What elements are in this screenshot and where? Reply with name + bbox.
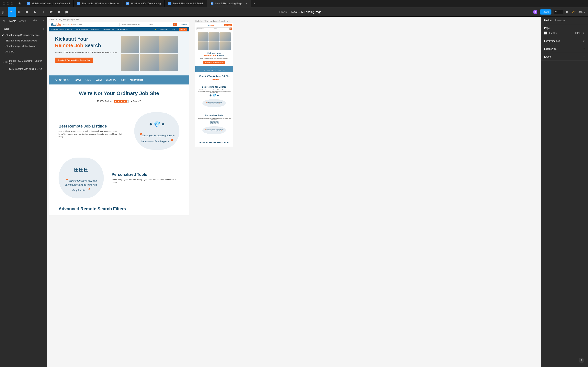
breadcrumb-drafts[interactable]: Drafts xyxy=(279,10,286,14)
frame-item-sem-pricing[interactable]: ▸ SEM Landing with pricing-LP1a xyxy=(0,66,47,72)
search-keyword-input[interactable] xyxy=(119,23,147,26)
maximize-window-icon[interactable] xyxy=(11,2,13,5)
text-tool-button[interactable] xyxy=(39,7,47,17)
share-button[interactable]: Share xyxy=(540,9,551,15)
press-logo: USA TODAY xyxy=(106,79,116,81)
page-item-sem-mobile-mocks[interactable]: SEM Landing - Mobile Mocks xyxy=(0,43,47,49)
assets-tab[interactable]: Assets xyxy=(19,20,26,22)
search-location-input[interactable] xyxy=(147,23,173,26)
nav-link[interactable]: Job Search Articles xyxy=(117,29,128,30)
star-icon: ★ xyxy=(120,100,123,103)
move-tool-button[interactable]: ▾ xyxy=(8,7,16,17)
file-name[interactable]: New SEM Landing Page xyxy=(291,10,321,14)
settings-icon[interactable]: ⚙ xyxy=(582,40,585,42)
present-button[interactable]: ▾ xyxy=(566,7,570,17)
expand-arrow-icon[interactable]: ▸ xyxy=(3,68,4,70)
nav-link[interactable]: Log In xyxy=(172,29,175,30)
add-page-button[interactable]: + xyxy=(43,27,44,30)
hero-cta-button[interactable]: Sign Up & Find Your Next Remote Job! xyxy=(55,58,93,63)
signup-button[interactable]: Sign Up xyxy=(179,28,187,31)
prototype-tab[interactable]: Prototype xyxy=(555,19,565,22)
export-label: Export xyxy=(544,55,551,58)
search-input[interactable] xyxy=(196,27,213,30)
canvas[interactable]: SEM Landing with pricing-LP1a Mobile - S… xyxy=(47,17,541,367)
pages-header: Pages + xyxy=(0,25,47,33)
press-logo: WSJ xyxy=(211,70,213,71)
comment-tool-button[interactable] xyxy=(63,7,71,17)
nav-link[interactable]: Career Advice xyxy=(91,29,99,30)
design-tab[interactable]: Design xyxy=(544,19,551,22)
star-icon: ★ xyxy=(114,100,117,103)
nav-link[interactable]: How FlexJobs Works xyxy=(76,29,88,30)
flexjobs-logo: flexjobs xyxy=(208,24,214,26)
hero-cta-button[interactable]: Sign Up & Find Your Next Remote Job! xyxy=(203,61,225,64)
testimonial-bubble: ✦💎✦ ❝ Thank you for weeding through the … xyxy=(134,112,179,150)
press-logo: CNBC xyxy=(218,70,221,71)
location-input[interactable] xyxy=(213,27,229,30)
page-item-sem-desktop-mocks[interactable]: SEM Landing -Desktop Mocks xyxy=(0,38,47,43)
page-selector[interactable]: SEM La... xyxy=(33,19,39,23)
chevron-down-icon[interactable]: ▾ xyxy=(324,11,324,13)
home-button[interactable] xyxy=(16,0,24,7)
m-hero: Kickstart YourRemote Job Search Access 1… xyxy=(195,30,233,66)
new-tab-button[interactable]: + xyxy=(251,2,258,5)
close-window-icon[interactable] xyxy=(3,2,5,5)
hand-tool-button[interactable] xyxy=(55,7,63,17)
shape-tool-button[interactable]: ▾ xyxy=(24,7,32,17)
background-color-swatch[interactable] xyxy=(544,32,547,34)
tab-blacktools[interactable]: ◧ Blacktools - Wireframes / Free Uni xyxy=(74,0,123,7)
frame-item-mobile-sem[interactable]: ▸ Mobile - SEM Landing - Search on... xyxy=(0,58,47,66)
frame-tool-button[interactable]: ▾ xyxy=(16,7,24,17)
reviews-count: 10,000+ Reviews xyxy=(97,100,112,102)
visibility-icon[interactable]: 👁 xyxy=(582,32,585,34)
search-button[interactable]: 🔍 xyxy=(229,27,232,30)
background-opacity[interactable]: 100% xyxy=(575,32,580,34)
nav-link[interactable]: Find Remote, Hybrid, & Flexible Jobs xyxy=(51,29,72,30)
tagline: FIND A BETTER WAY TO WORK xyxy=(63,24,83,25)
tab-wireframe-kit[interactable]: ◧ Wireframe Kit (Community) xyxy=(123,0,165,7)
frame-title-desktop[interactable]: SEM Landing with pricing-LP1a xyxy=(49,18,79,21)
minimize-window-icon[interactable] xyxy=(7,2,9,5)
user-avatar[interactable]: B xyxy=(533,10,537,14)
dev-mode-toggle[interactable]: </> xyxy=(554,10,563,14)
hamburger-icon[interactable]: ☰ xyxy=(196,25,198,26)
tab-new-sem-landing[interactable]: ◧ New SEM Landing Page × xyxy=(207,0,251,7)
tools-icon: ⊞⊞⊞ xyxy=(71,163,91,175)
add-style-button[interactable]: + xyxy=(583,47,585,50)
resources-button[interactable] xyxy=(47,7,55,17)
page-item-sem-desktop-new[interactable]: ✓ SEM Landing Desktop-new pric... xyxy=(0,33,47,38)
advanced-search-link[interactable]: Advanced xyxy=(181,24,187,25)
chevron-up-icon[interactable]: ⌃ xyxy=(43,20,44,22)
search-bar: 🔍 xyxy=(119,23,177,26)
missing-fonts-badge[interactable]: A? xyxy=(572,10,575,13)
zoom-level[interactable]: 50% ▾ xyxy=(578,10,585,13)
background-color-hex[interactable]: F5F5F5 xyxy=(549,32,557,34)
help-button[interactable]: ? xyxy=(579,358,584,363)
frame-title-mobile[interactable]: Mobile - SEM Landing - Search on... xyxy=(195,20,230,22)
figma-menu-button[interactable]: ▾ xyxy=(0,7,8,17)
nav-link[interactable]: Events & Webinars xyxy=(103,29,114,30)
local-variables-section[interactable]: Local variables ⚙ xyxy=(541,37,588,45)
pages-label: Pages xyxy=(3,27,9,30)
expand-arrow-icon[interactable]: ▸ xyxy=(3,61,4,63)
close-tab-icon[interactable]: × xyxy=(246,2,247,5)
search-button[interactable]: 🔍 xyxy=(173,23,177,26)
toolbar: ▾ ▾ ▾ ▾ ▾ Drafts / New SEM Landing Page … xyxy=(0,7,588,17)
export-section[interactable]: Export + xyxy=(541,53,588,61)
desktop-frame[interactable]: flexjobs FIND A BETTER WAY TO WORK 🔍 Adv… xyxy=(49,22,189,215)
tab-mobile-wireframe[interactable]: ◧ Mobile Wireframe UI Kit (Communi xyxy=(24,0,74,7)
search-icon[interactable] xyxy=(3,20,5,23)
ordinary-heading: We're Not Your Ordinary Job Site xyxy=(198,75,231,78)
add-export-button[interactable]: + xyxy=(583,55,585,58)
tab-search-results[interactable]: ◧ Search Results & Job Detail xyxy=(165,0,207,7)
m-search: 🔍 xyxy=(195,27,233,30)
pen-tool-button[interactable]: ▾ xyxy=(32,7,39,17)
local-styles-section[interactable]: Local styles + xyxy=(541,45,588,53)
join-button[interactable]: Join FlexJobs xyxy=(224,24,232,26)
tabs-menu-icon[interactable]: ⋯ xyxy=(578,2,588,6)
page-item-archive[interactable]: Arrchive xyxy=(0,49,47,54)
mobile-frame[interactable]: ☰ flexjobs Join FlexJobs 🔍 Kickstart You… xyxy=(195,23,233,147)
svg-rect-5 xyxy=(26,11,28,13)
layers-tab[interactable]: Layers xyxy=(9,20,16,22)
nav-link[interactable]: For Employers xyxy=(160,29,168,30)
